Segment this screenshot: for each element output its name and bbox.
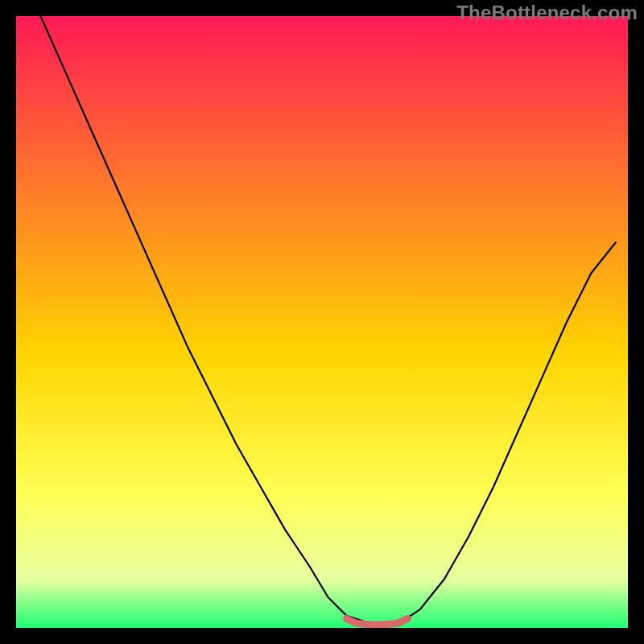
watermark-text: TheBottleneck.com — [456, 2, 638, 24]
plot-area — [16, 16, 628, 628]
bottleneck-curve — [40, 16, 615, 625]
highlight-segment — [346, 619, 407, 625]
curve-layer — [16, 16, 628, 628]
chart-frame: TheBottleneck.com — [0, 0, 644, 644]
